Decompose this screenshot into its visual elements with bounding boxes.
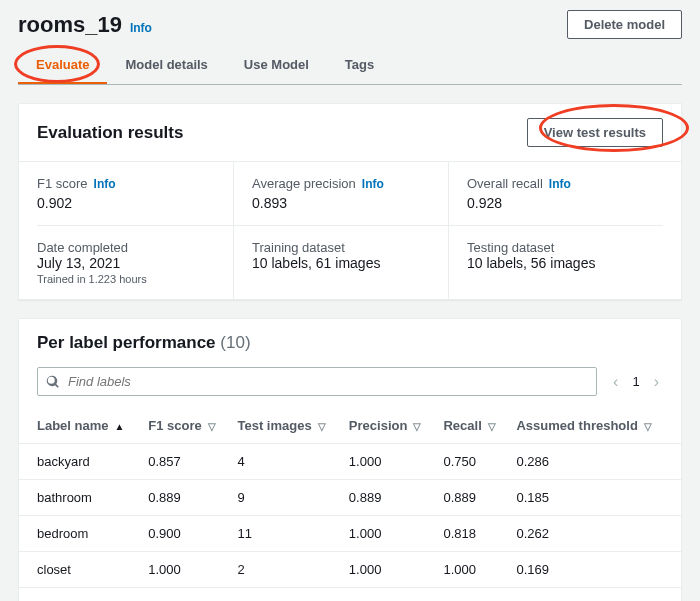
metric-info-overall-recall[interactable]: Info [549, 177, 571, 191]
evaluation-results-panel: Evaluation results View test results F1 … [18, 103, 682, 300]
search-icon [46, 375, 60, 389]
metric-label-overall-recall: Overall recall [467, 176, 543, 191]
sort-icon: ▽ [318, 421, 326, 432]
cell-rec: 0.750 [435, 444, 508, 480]
cell-rec: 1.000 [435, 588, 508, 602]
tab-model-details[interactable]: Model details [107, 47, 225, 84]
cell-thr: 0.286 [508, 444, 681, 480]
cell-rec: 0.818 [435, 516, 508, 552]
cell-thr: 0.149 [508, 588, 681, 602]
metric-value-avg-precision: 0.893 [252, 195, 448, 211]
metric-value-overall-recall: 0.928 [467, 195, 663, 211]
sort-icon: ▽ [644, 421, 652, 432]
cell-thr: 0.262 [508, 516, 681, 552]
metric-sub-trained-hours: Trained in 1.223 hours [37, 273, 233, 285]
table-row: backyard0.85741.0000.7500.286 [19, 444, 681, 480]
pager: ‹ 1 › [609, 373, 663, 391]
table-row: closet1.00021.0001.0000.169 [19, 552, 681, 588]
cell-thr: 0.185 [508, 480, 681, 516]
header-info-link[interactable]: Info [130, 21, 152, 35]
cell-rec: 1.000 [435, 552, 508, 588]
metric-label-testing-dataset: Testing dataset [467, 240, 663, 255]
cell-prec: 0.889 [341, 480, 436, 516]
search-input[interactable] [66, 373, 588, 390]
cell-prec: 1.000 [341, 552, 436, 588]
delete-model-button[interactable]: Delete model [567, 10, 682, 39]
cell-test: 11 [229, 516, 340, 552]
metric-value-f1: 0.902 [37, 195, 233, 211]
tab-use-model[interactable]: Use Model [226, 47, 327, 84]
col-f1-score[interactable]: F1 score▽ [140, 408, 229, 444]
sort-icon: ▽ [413, 421, 421, 432]
per-label-performance-panel: Per label performance (10) ‹ 1 › Label n… [18, 318, 682, 601]
metric-label-f1: F1 score [37, 176, 88, 191]
cell-thr: 0.169 [508, 552, 681, 588]
tab-evaluate[interactable]: Evaluate [18, 47, 107, 84]
cell-prec: 1.000 [341, 588, 436, 602]
col-assumed-threshold[interactable]: Assumed threshold▽ [508, 408, 681, 444]
cell-label: bathroom [19, 480, 140, 516]
pager-prev[interactable]: ‹ [609, 373, 622, 391]
cell-f1: 1.000 [140, 588, 229, 602]
metric-value-training-dataset: 10 labels, 61 images [252, 255, 448, 271]
pager-next[interactable]: › [650, 373, 663, 391]
table-row: entry_way1.00031.0001.0000.149 [19, 588, 681, 602]
cell-f1: 0.900 [140, 516, 229, 552]
cell-label: entry_way [19, 588, 140, 602]
cell-f1: 0.889 [140, 480, 229, 516]
metric-value-testing-dataset: 10 labels, 56 images [467, 255, 663, 271]
sort-asc-icon: ▲ [115, 421, 125, 432]
view-test-results-button[interactable]: View test results [527, 118, 663, 147]
metric-label-training-dataset: Training dataset [252, 240, 448, 255]
sort-icon: ▽ [208, 421, 216, 432]
table-row: bedroom0.900111.0000.8180.262 [19, 516, 681, 552]
cell-test: 4 [229, 444, 340, 480]
pager-page: 1 [632, 374, 639, 389]
metric-info-avg-precision[interactable]: Info [362, 177, 384, 191]
per-label-table: Label name▲ F1 score▽ Test images▽ Preci… [19, 408, 681, 601]
cell-rec: 0.889 [435, 480, 508, 516]
cell-label: backyard [19, 444, 140, 480]
table-row: bathroom0.88990.8890.8890.185 [19, 480, 681, 516]
col-label-name[interactable]: Label name▲ [19, 408, 140, 444]
metric-info-f1[interactable]: Info [94, 177, 116, 191]
evaluation-results-title: Evaluation results [37, 123, 183, 143]
cell-f1: 0.857 [140, 444, 229, 480]
page-title: rooms_19 [18, 12, 122, 38]
cell-test: 2 [229, 552, 340, 588]
metric-label-avg-precision: Average precision [252, 176, 356, 191]
per-label-count: (10) [220, 333, 250, 352]
cell-f1: 1.000 [140, 552, 229, 588]
tabs: Evaluate Model details Use Model Tags [18, 47, 682, 85]
cell-test: 3 [229, 588, 340, 602]
cell-test: 9 [229, 480, 340, 516]
metric-label-date: Date completed [37, 240, 233, 255]
cell-label: bedroom [19, 516, 140, 552]
cell-label: closet [19, 552, 140, 588]
col-precision[interactable]: Precision▽ [341, 408, 436, 444]
cell-prec: 1.000 [341, 444, 436, 480]
col-test-images[interactable]: Test images▽ [229, 408, 340, 444]
per-label-title: Per label performance [37, 333, 216, 352]
tab-tags[interactable]: Tags [327, 47, 392, 84]
sort-icon: ▽ [488, 421, 496, 432]
col-recall[interactable]: Recall▽ [435, 408, 508, 444]
search-box[interactable] [37, 367, 597, 396]
cell-prec: 1.000 [341, 516, 436, 552]
metric-value-date: July 13, 2021 [37, 255, 233, 271]
